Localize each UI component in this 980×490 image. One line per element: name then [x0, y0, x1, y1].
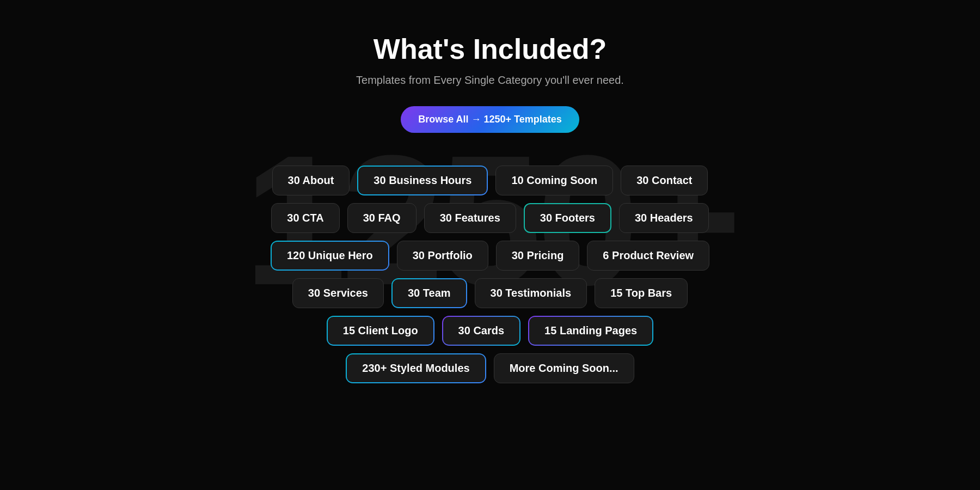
tag-0-3[interactable]: 30 Contact	[621, 166, 708, 195]
tag-4-1[interactable]: 30 Cards	[442, 316, 521, 346]
tag-2-3[interactable]: 6 Product Review	[587, 241, 709, 271]
tag-1-3[interactable]: 30 Footers	[524, 203, 611, 233]
tag-2-1[interactable]: 30 Portfolio	[397, 241, 488, 271]
tag-0-1[interactable]: 30 Business Hours	[357, 166, 488, 195]
tag-0-0[interactable]: 30 About	[272, 166, 350, 195]
tags-wrapper: 30 About30 Business Hours10 Coming Soon3…	[271, 149, 709, 383]
tag-3-0[interactable]: 30 Services	[292, 278, 384, 308]
tag-0-2[interactable]: 10 Coming Soon	[495, 166, 613, 195]
section-subtitle: Templates from Every Single Category you…	[356, 74, 624, 87]
tags-row-4: 15 Client Logo30 Cards15 Landing Pages	[327, 316, 653, 346]
tag-4-2[interactable]: 15 Landing Pages	[528, 316, 653, 346]
tag-1-2[interactable]: 30 Features	[424, 203, 516, 233]
tag-1-1[interactable]: 30 FAQ	[347, 203, 416, 233]
tag-1-4[interactable]: 30 Headers	[619, 203, 709, 233]
section-title: What's Included?	[373, 33, 607, 65]
tag-3-3[interactable]: 15 Top Bars	[595, 278, 688, 308]
tag-4-0[interactable]: 15 Client Logo	[327, 316, 434, 346]
number-display-container: 1250+ 30 About30 Business Hours10 Coming…	[0, 149, 980, 383]
tags-row-2: 120 Unique Hero30 Portfolio30 Pricing6 P…	[271, 241, 709, 271]
tags-row-0: 30 About30 Business Hours10 Coming Soon3…	[272, 166, 708, 195]
tag-2-2[interactable]: 30 Pricing	[496, 241, 580, 271]
tag-1-0[interactable]: 30 CTA	[271, 203, 339, 233]
tags-row-3: 30 Services30 Team30 Testimonials15 Top …	[292, 278, 688, 308]
tag-5-1[interactable]: More Coming Soon...	[494, 353, 634, 383]
tags-row-5: 230+ Styled ModulesMore Coming Soon...	[346, 353, 634, 383]
tag-3-2[interactable]: 30 Testimonials	[475, 278, 587, 308]
tags-row-1: 30 CTA30 FAQ30 Features30 Footers30 Head…	[271, 203, 708, 233]
tag-2-0[interactable]: 120 Unique Hero	[271, 241, 389, 271]
tag-5-0[interactable]: 230+ Styled Modules	[346, 353, 486, 383]
tag-3-1[interactable]: 30 Team	[391, 278, 467, 308]
